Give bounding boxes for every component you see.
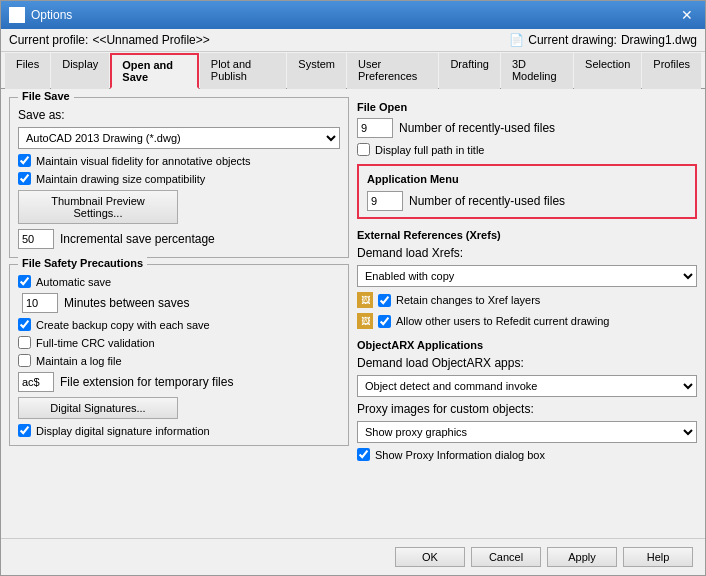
save-as-row: Save as: (18, 108, 340, 122)
demand-load-xref-row: Demand load Xrefs: (357, 246, 697, 260)
allow-refedit-checkbox[interactable] (378, 315, 391, 328)
log-label: Maintain a log file (36, 355, 122, 367)
close-button[interactable]: ✕ (677, 5, 697, 25)
crc-row: Full-time CRC validation (18, 336, 340, 349)
tab-drafting[interactable]: Drafting (439, 53, 500, 89)
tab-display[interactable]: Display (51, 53, 109, 89)
left-panel: File Save Save as: AutoCAD 2013 Drawing … (9, 97, 349, 530)
profile-right: 📄 Current drawing: Drawing1.dwg (509, 33, 697, 47)
save-as-label: Save as: (18, 108, 65, 122)
tab-open-save[interactable]: Open and Save (110, 53, 198, 89)
proxy-images-dropdown[interactable]: Show proxy graphics (357, 421, 697, 443)
crc-label: Full-time CRC validation (36, 337, 155, 349)
retain-changes-icon: 🖼 (357, 292, 373, 308)
tab-profiles[interactable]: Profiles (642, 53, 701, 89)
objectarx-title: ObjectARX Applications (357, 339, 697, 351)
file-open-recent-input[interactable] (357, 118, 393, 138)
auto-save-label: Automatic save (36, 276, 111, 288)
current-profile-label: Current profile: (9, 33, 88, 47)
file-save-title: File Save (18, 90, 74, 102)
display-sig-row: Display digital signature information (18, 424, 340, 437)
app-menu-section: Application Menu Number of recently-used… (357, 164, 697, 219)
allow-refedit-icon: 🖼 (357, 313, 373, 329)
digital-sig-btn[interactable]: Digital Signatures... (18, 397, 178, 419)
show-proxy-row: Show Proxy Information dialog box (357, 448, 697, 461)
retain-changes-checkbox[interactable] (378, 294, 391, 307)
app-menu-recent-label: Number of recently-used files (409, 194, 565, 208)
maintain-visual-label: Maintain visual fidelity for annotative … (36, 155, 251, 167)
maintain-drawing-label: Maintain drawing size compatibility (36, 173, 205, 185)
app-menu-recent-row: Number of recently-used files (367, 191, 687, 211)
display-sig-checkbox[interactable] (18, 424, 31, 437)
demand-load-arx-row: Demand load ObjectARX apps: (357, 356, 697, 370)
ext-row: File extension for temporary files (18, 372, 340, 392)
demand-load-arx-label: Demand load ObjectARX apps: (357, 356, 524, 370)
options-dialog: ⚙ Options ✕ Current profile: <<Unnamed P… (0, 0, 706, 576)
file-safety-content: Automatic save Minutes between saves Cre… (18, 275, 340, 437)
app-menu-recent-input[interactable] (367, 191, 403, 211)
footer-bar: OK Cancel Apply Help (1, 538, 705, 575)
tab-selection[interactable]: Selection (574, 53, 641, 89)
tab-system[interactable]: System (287, 53, 346, 89)
window-icon: ⚙ (9, 7, 25, 23)
file-save-group: File Save Save as: AutoCAD 2013 Drawing … (9, 97, 349, 258)
tab-3d-modeling[interactable]: 3D Modeling (501, 53, 573, 89)
log-checkbox[interactable] (18, 354, 31, 367)
auto-save-row: Automatic save (18, 275, 340, 288)
maintain-visual-checkbox[interactable] (18, 154, 31, 167)
ext-label: File extension for temporary files (60, 375, 233, 389)
tab-plot-publish[interactable]: Plot and Publish (200, 53, 287, 89)
profile-name: <<Unnamed Profile>> (92, 33, 209, 47)
file-open-title: File Open (357, 101, 697, 113)
incremental-row: Incremental save percentage (18, 229, 340, 249)
allow-refedit-label: Allow other users to Refedit current dra… (396, 315, 609, 327)
thumbnail-btn[interactable]: Thumbnail Preview Settings... (18, 190, 178, 224)
backup-label: Create backup copy with each save (36, 319, 210, 331)
help-button[interactable]: Help (623, 547, 693, 567)
auto-save-checkbox[interactable] (18, 275, 31, 288)
incremental-input[interactable] (18, 229, 54, 249)
thumbnail-row: Thumbnail Preview Settings... (18, 190, 340, 224)
show-proxy-checkbox[interactable] (357, 448, 370, 461)
profile-bar: Current profile: <<Unnamed Profile>> 📄 C… (1, 29, 705, 52)
save-as-dropdown[interactable]: AutoCAD 2013 Drawing (*.dwg) (18, 127, 340, 149)
file-open-section: File Open Number of recently-used files … (357, 97, 697, 156)
display-path-row: Display full path in title (357, 143, 697, 156)
title-bar-left: ⚙ Options (9, 7, 72, 23)
proxy-images-label: Proxy images for custom objects: (357, 402, 534, 416)
minutes-row: Minutes between saves (22, 293, 340, 313)
xrefs-section: External References (Xrefs) Demand load … (357, 225, 697, 329)
log-row: Maintain a log file (18, 354, 340, 367)
tab-user-prefs[interactable]: User Preferences (347, 53, 438, 89)
demand-load-arx-dropdown[interactable]: Object detect and command invoke (357, 375, 697, 397)
display-sig-label: Display digital signature information (36, 425, 210, 437)
crc-checkbox[interactable] (18, 336, 31, 349)
maintain-drawing-checkbox[interactable] (18, 172, 31, 185)
cancel-button[interactable]: Cancel (471, 547, 541, 567)
file-safety-group: File Safety Precautions Automatic save M… (9, 264, 349, 446)
ext-input[interactable] (18, 372, 54, 392)
demand-load-xref-dropdown[interactable]: Enabled with copy (357, 265, 697, 287)
content-area: File Save Save as: AutoCAD 2013 Drawing … (1, 89, 705, 538)
ok-button[interactable]: OK (395, 547, 465, 567)
minutes-input[interactable] (22, 293, 58, 313)
drawing-icon: 📄 (509, 33, 524, 47)
profile-left: Current profile: <<Unnamed Profile>> (9, 33, 210, 47)
objectarx-section: ObjectARX Applications Demand load Objec… (357, 335, 697, 461)
apply-button[interactable]: Apply (547, 547, 617, 567)
demand-load-xref-label: Demand load Xrefs: (357, 246, 463, 260)
backup-checkbox[interactable] (18, 318, 31, 331)
retain-changes-row: 🖼 Retain changes to Xref layers (357, 292, 697, 308)
backup-row: Create backup copy with each save (18, 318, 340, 331)
tab-files[interactable]: Files (5, 53, 50, 89)
file-open-recent-row: Number of recently-used files (357, 118, 697, 138)
app-menu-title: Application Menu (367, 173, 459, 185)
maintain-drawing-row: Maintain drawing size compatibility (18, 172, 340, 185)
drawing-name: Drawing1.dwg (621, 33, 697, 47)
incremental-label: Incremental save percentage (60, 232, 215, 246)
digital-sig-row: Digital Signatures... (18, 397, 340, 419)
window-title: Options (31, 8, 72, 22)
display-path-checkbox[interactable] (357, 143, 370, 156)
retain-changes-label: Retain changes to Xref layers (396, 294, 540, 306)
allow-refedit-row: 🖼 Allow other users to Refedit current d… (357, 313, 697, 329)
